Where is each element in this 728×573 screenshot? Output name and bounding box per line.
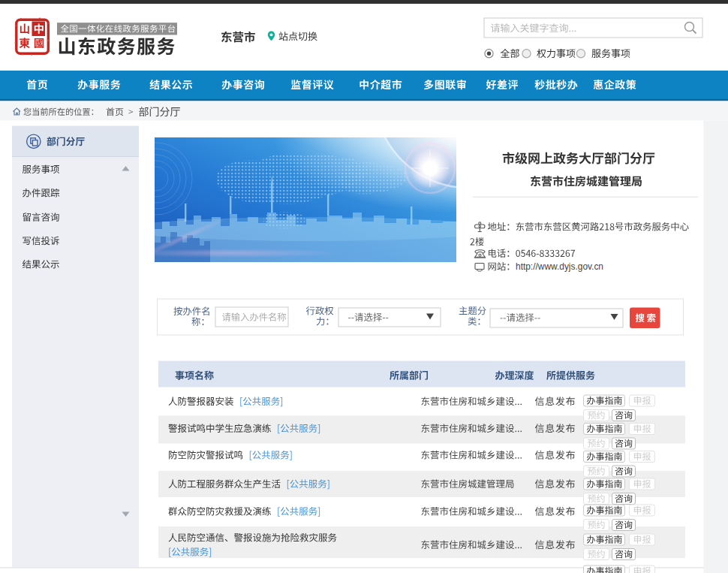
svg-text:http://www.dyjs.gov.cn: http://www.dyjs.gov.cn [516, 261, 603, 272]
